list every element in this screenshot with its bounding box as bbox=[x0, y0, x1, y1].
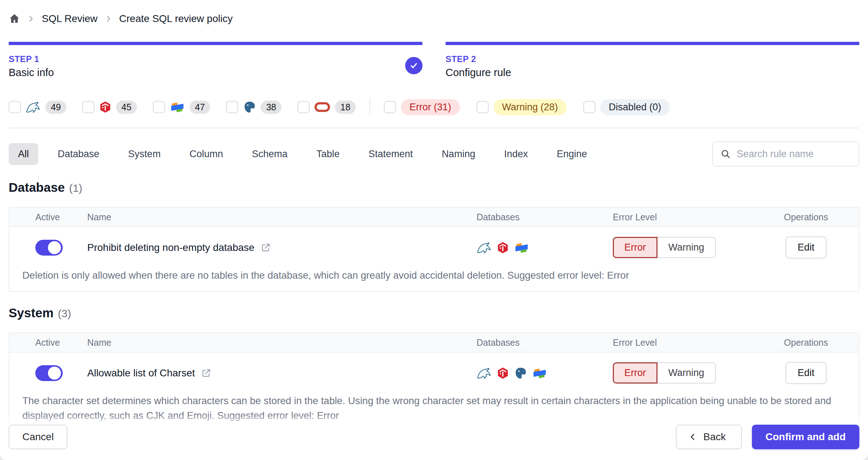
chevron-left-icon bbox=[688, 432, 698, 442]
tab-index[interactable]: Index bbox=[495, 143, 537, 165]
error-level-group: ErrorWarning bbox=[613, 362, 716, 384]
count-badge: 38 bbox=[261, 101, 282, 114]
tab-database[interactable]: Database bbox=[48, 143, 109, 165]
checkbox[interactable] bbox=[9, 101, 21, 113]
active-toggle[interactable] bbox=[35, 365, 63, 381]
level-filters: Error (31)Warning (28)Disabled (0) bbox=[384, 99, 670, 115]
filter-warning[interactable]: Warning (28) bbox=[477, 99, 567, 115]
tidb-icon bbox=[99, 101, 111, 114]
tab-schema[interactable]: Schema bbox=[243, 143, 297, 165]
checkbox[interactable] bbox=[477, 101, 489, 113]
checkbox[interactable] bbox=[297, 101, 310, 113]
warning-level-button[interactable]: Warning bbox=[657, 362, 716, 384]
cancel-button[interactable]: Cancel bbox=[9, 425, 67, 449]
column-header-databases: Databases bbox=[454, 212, 598, 222]
filter-oracle[interactable]: 18 bbox=[297, 101, 356, 114]
rule-row: Allowable list of CharsetErrorWarningEdi… bbox=[9, 353, 859, 388]
edit-button[interactable]: Edit bbox=[785, 236, 827, 258]
section-title: System bbox=[9, 306, 54, 320]
tab-statement[interactable]: Statement bbox=[359, 143, 422, 165]
filter-oceanbase[interactable]: 47 bbox=[153, 101, 211, 114]
rule-name-cell: Prohibit deleting non-empty database bbox=[87, 242, 454, 253]
step-2-label: STEP 2 bbox=[446, 54, 859, 64]
rule-description: Deletion is only allowed when there are … bbox=[9, 262, 859, 291]
step-1-progress-bar bbox=[9, 42, 422, 45]
mysql-icon bbox=[477, 367, 492, 379]
external-link-icon[interactable] bbox=[201, 368, 212, 379]
confirm-and-add-button[interactable]: Confirm and add bbox=[752, 425, 859, 449]
table-header-row: ActiveNameDatabasesError LevelOperations bbox=[9, 333, 859, 353]
active-toggle[interactable] bbox=[35, 240, 63, 256]
check-icon bbox=[409, 61, 419, 71]
checkbox[interactable] bbox=[153, 101, 165, 113]
count-badge: 49 bbox=[45, 101, 66, 114]
column-header-error_level: Error Level bbox=[598, 337, 753, 348]
column-header-operations: Operations bbox=[753, 212, 859, 222]
error-level-button[interactable]: Error bbox=[613, 237, 657, 258]
error-level-cell: ErrorWarning bbox=[598, 362, 753, 384]
oceanbase-icon bbox=[170, 101, 185, 113]
breadcrumb-create-policy: Create SQL review policy bbox=[119, 13, 233, 25]
column-header-operations: Operations bbox=[753, 337, 859, 348]
home-icon[interactable] bbox=[9, 13, 20, 25]
step-2: STEP 2 Configure rule bbox=[446, 42, 859, 79]
filter-bar: 4945473818 Error (31)Warning (28)Disable… bbox=[0, 99, 868, 115]
search-icon bbox=[720, 149, 731, 159]
disabled-pill: Disabled (0) bbox=[600, 99, 670, 115]
active-cell bbox=[9, 240, 87, 256]
search-input[interactable] bbox=[737, 149, 851, 160]
section-count: (1) bbox=[69, 182, 83, 194]
filter-error[interactable]: Error (31) bbox=[384, 99, 460, 115]
search-box[interactable] bbox=[712, 141, 859, 167]
tab-naming[interactable]: Naming bbox=[432, 143, 484, 165]
create-sql-review-policy-page: SQL Review Create SQL review policy STEP… bbox=[0, 0, 868, 460]
column-header-databases: Databases bbox=[454, 337, 598, 348]
rule-sections: Database(1)ActiveNameDatabasesError Leve… bbox=[0, 180, 868, 432]
count-badge: 18 bbox=[335, 101, 356, 114]
column-header-active: Active bbox=[9, 337, 87, 348]
chevron-right-icon bbox=[104, 14, 113, 23]
error-level-group: ErrorWarning bbox=[613, 237, 716, 258]
oceanbase-icon bbox=[532, 367, 547, 379]
breadcrumb-sql-review[interactable]: SQL Review bbox=[42, 13, 98, 25]
filter-postgres[interactable]: 38 bbox=[226, 101, 282, 114]
filter-tidb[interactable]: 45 bbox=[82, 101, 137, 114]
checkbox[interactable] bbox=[583, 101, 595, 113]
databases-cell bbox=[454, 241, 598, 254]
breadcrumb: SQL Review Create SQL review policy bbox=[0, 0, 868, 27]
tidb-icon bbox=[497, 241, 509, 254]
footer-bar: Cancel Back Confirm and add bbox=[0, 414, 868, 460]
edit-button[interactable]: Edit bbox=[785, 362, 827, 384]
checkbox[interactable] bbox=[82, 101, 94, 113]
external-link-icon[interactable] bbox=[260, 242, 271, 253]
step-1: STEP 1 Basic info bbox=[9, 42, 422, 79]
warning-level-button[interactable]: Warning bbox=[657, 237, 716, 258]
error-level-button[interactable]: Error bbox=[613, 362, 657, 384]
mysql-icon bbox=[26, 101, 41, 113]
step-2-progress-bar bbox=[446, 42, 859, 45]
column-header-name: Name bbox=[87, 212, 454, 222]
tab-table[interactable]: Table bbox=[307, 143, 349, 165]
tab-all[interactable]: All bbox=[9, 143, 38, 165]
count-badge: 45 bbox=[116, 101, 137, 114]
back-button[interactable]: Back bbox=[676, 425, 741, 449]
filter-mysql[interactable]: 49 bbox=[9, 101, 66, 114]
tab-system[interactable]: System bbox=[119, 143, 170, 165]
databases-cell bbox=[454, 367, 598, 380]
section-count: (3) bbox=[58, 308, 71, 320]
rule-table-database: ActiveNameDatabasesError LevelOperations… bbox=[9, 207, 859, 292]
checkbox[interactable] bbox=[226, 101, 238, 113]
oceanbase-icon bbox=[514, 242, 529, 254]
column-header-error_level: Error Level bbox=[598, 212, 753, 222]
category-toolbar: AllDatabaseSystemColumnSchemaTableStatem… bbox=[0, 141, 868, 167]
category-tabs: AllDatabaseSystemColumnSchemaTableStatem… bbox=[9, 143, 597, 165]
checkbox[interactable] bbox=[384, 101, 396, 113]
tab-engine[interactable]: Engine bbox=[547, 143, 596, 165]
tab-column[interactable]: Column bbox=[180, 143, 232, 165]
filter-disabled[interactable]: Disabled (0) bbox=[583, 99, 670, 115]
error-pill: Error (31) bbox=[401, 99, 460, 115]
mysql-icon bbox=[477, 242, 492, 254]
step-1-title: Basic info bbox=[9, 67, 422, 79]
error-level-cell: ErrorWarning bbox=[598, 237, 753, 258]
step-indicator: STEP 1 Basic info STEP 2 Configure rule bbox=[0, 42, 868, 79]
